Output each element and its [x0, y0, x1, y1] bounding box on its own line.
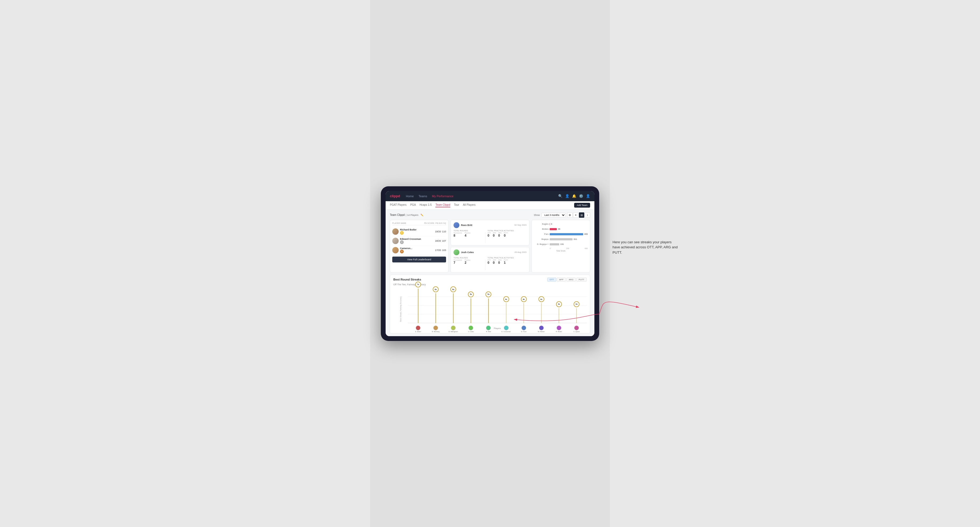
- user-icon[interactable]: 👤: [565, 194, 570, 198]
- pc-putt-label-1: PUTT: [504, 232, 508, 234]
- pc-arg-2: ARG 0: [498, 259, 502, 265]
- chart-row-eagles: Eagles 3: [534, 222, 588, 226]
- app-logo: clippd: [390, 194, 400, 198]
- sub-nav: PGAT Players PGA Hcaps 1-5 Team Clippd T…: [386, 201, 594, 210]
- avatar-1: [392, 229, 399, 235]
- streak-player-name: E. Ebert: [415, 331, 421, 332]
- streak-line: [435, 293, 436, 323]
- pc-practice-value-2: 2: [465, 261, 471, 265]
- search-icon[interactable]: 🔍: [558, 194, 562, 198]
- streak-player-col: 5xR. Britt: [480, 288, 497, 323]
- annotation-text: Here you can see streaks your players ha…: [612, 240, 679, 255]
- chart-row-birdies: Birdies 96: [534, 227, 588, 231]
- streak-bubble: 3x: [556, 301, 562, 307]
- bell-icon[interactable]: 🔔: [572, 194, 576, 198]
- rank-badge-1: 1: [400, 231, 404, 235]
- player-name-2: Edward Crossman: [400, 238, 421, 240]
- table-view-btn[interactable]: ↕: [585, 213, 590, 218]
- filter-putt[interactable]: PUTT: [576, 278, 587, 282]
- table-row: Richard Butler 1 19/20 110: [392, 227, 446, 237]
- pc-arg-1: ARG 0: [498, 232, 502, 237]
- player-name-3: Cameron...: [400, 247, 412, 250]
- chart-label-bogeys: Bogeys: [534, 238, 549, 240]
- team-controls: Show Last 3 months ⊞ ≡ ▤ ↕: [534, 213, 590, 218]
- player-score-2: 18/20: [435, 240, 441, 242]
- filter-app[interactable]: APP: [557, 278, 566, 282]
- pc-putt-label-2: PUTT: [504, 259, 508, 261]
- tablet-frame: clippd Home Teams My Performance 🔍 👤 🔔 ⚙…: [381, 186, 599, 341]
- pc-practice-value-1: 4: [465, 234, 471, 237]
- view-icons: ⊞ ≡ ▤ ↕: [567, 213, 590, 218]
- pc-rounds-label-1: Total Rounds: [453, 230, 483, 232]
- pc-app-value-1: 0: [493, 234, 496, 237]
- sub-nav-team-clippd[interactable]: Team Clippd: [435, 203, 450, 207]
- chart-x-label-400: 400: [584, 248, 588, 249]
- streaks-section: Best Round Streaks OTT APP ARG PUTT: [390, 275, 590, 333]
- view-leaderboard-button[interactable]: View Full Leaderboard: [392, 257, 446, 262]
- chart-bar-container-eagles: 3: [550, 222, 588, 226]
- pc-divider-2: [485, 259, 485, 270]
- streaks-y-axis: Best Streak, Fairway Accuracy: [393, 288, 408, 330]
- team-player-count: | 14 Players: [406, 214, 418, 216]
- sub-nav-tour[interactable]: Tour: [454, 203, 459, 207]
- pc-arg-value-2: 0: [498, 261, 502, 265]
- avatar-2: [392, 238, 399, 244]
- nav-links: Home Teams My Performance: [405, 195, 558, 198]
- profile-avatar[interactable]: 👤: [586, 194, 590, 198]
- nav-icons: 🔍 👤 🔔 ⚙️ 👤: [558, 194, 590, 198]
- nav-home[interactable]: Home: [405, 195, 414, 198]
- pc-practice-stat-1: Practice 4: [465, 232, 471, 237]
- streak-line: [418, 289, 418, 323]
- pc-putt-2: PUTT 1: [504, 259, 508, 265]
- list-view-btn[interactable]: ≡: [573, 213, 578, 218]
- tablet-screen: clippd Home Teams My Performance 🔍 👤 🔔 ⚙…: [386, 191, 594, 336]
- streak-line: [506, 303, 506, 323]
- table-row: Cameron... 3 17/20 103: [392, 246, 446, 255]
- settings-icon[interactable]: ⚙️: [579, 194, 583, 198]
- period-select[interactable]: Last 3 months: [541, 213, 566, 217]
- pc-avatar-1: [453, 222, 460, 228]
- streak-bubble: 7x: [415, 282, 421, 287]
- sub-nav-hcaps[interactable]: Hcaps 1-5: [420, 203, 432, 207]
- sub-nav-all-players[interactable]: All Players: [463, 203, 476, 207]
- filter-ott[interactable]: OTT: [547, 278, 556, 282]
- streaks-subtitle: Off The Tee, Fairway Accuracy: [393, 283, 587, 286]
- pc-ott-value-2: 0: [488, 261, 491, 265]
- annotation-wrapper: Here you can see streaks your players ha…: [612, 240, 679, 255]
- chart-bar-container-pars: 499: [550, 232, 588, 236]
- add-team-button[interactable]: Add Team: [574, 203, 590, 208]
- streak-player-col: 7xE. Ebert: [409, 288, 427, 323]
- pc-app-1: APP 0: [493, 232, 496, 237]
- streak-player-name: B. McHerg: [432, 331, 439, 332]
- chart-value-dbogeys: 131: [560, 243, 564, 245]
- player-avg-1: 110: [442, 230, 446, 233]
- filter-arg[interactable]: ARG: [566, 278, 576, 282]
- chart-value-birdies: 96: [558, 228, 560, 230]
- chart-bar-container-birdies: 96: [550, 227, 588, 231]
- streaks-title: Best Round Streaks: [393, 278, 421, 281]
- pc-divider-1: [485, 232, 485, 243]
- pc-practice-label-1: Practice: [465, 232, 471, 234]
- pc-practice-label-2: Practice: [465, 259, 471, 261]
- player-info-3: Cameron... 3: [392, 247, 434, 253]
- chart-view-btn[interactable]: ▤: [579, 213, 584, 218]
- streak-line: [488, 298, 489, 323]
- sub-nav-pga[interactable]: PGA: [410, 203, 416, 207]
- nav-teams[interactable]: Teams: [418, 195, 428, 198]
- streaks-filter-buttons: OTT APP ARG PUTT: [547, 278, 587, 282]
- pc-tournament-value-1: 8: [453, 234, 462, 237]
- chart-x-label-0: 0: [550, 248, 551, 249]
- nav-my-performance[interactable]: My Performance: [431, 195, 454, 198]
- pc-putt-1: PUTT 0: [504, 232, 508, 237]
- streak-bubble: 3x: [574, 301, 579, 307]
- streak-bubble: 5x: [485, 291, 492, 297]
- team-name: Team Clippd: [390, 213, 405, 216]
- pc-date-1: 02 Sep 2023: [514, 224, 527, 226]
- pc-tournament-label-1: Tournament: [453, 232, 462, 234]
- chart-bar-bogeys: [550, 238, 573, 240]
- streak-line: [559, 308, 559, 323]
- edit-icon[interactable]: ✏️: [420, 214, 423, 216]
- grid-view-btn[interactable]: ⊞: [567, 213, 573, 218]
- sub-nav-pgat[interactable]: PGAT Players: [390, 203, 406, 207]
- pc-tournament-stat-2: Tournament 7: [453, 259, 462, 265]
